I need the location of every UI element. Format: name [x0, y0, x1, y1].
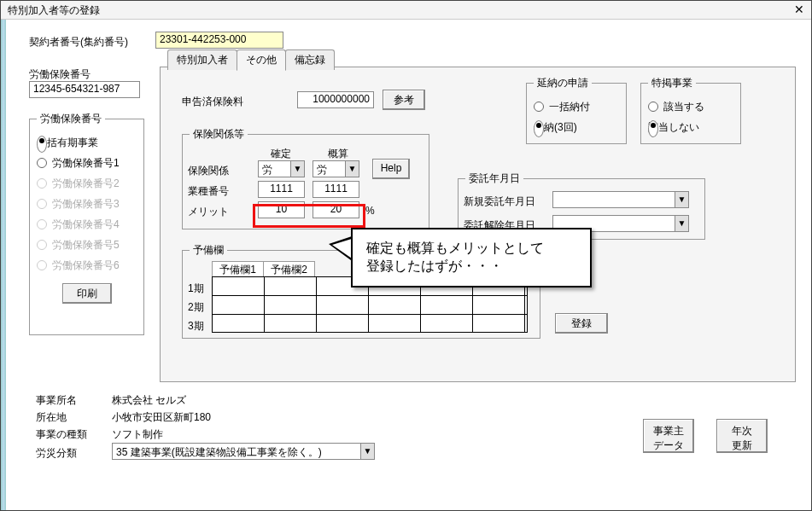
reserve-title: 予備欄: [190, 243, 227, 258]
chevron-down-icon: ▼: [675, 216, 688, 231]
pct-label: %: [365, 205, 375, 217]
special-biz-title: 特掲事業: [648, 76, 696, 90]
row-merit: メリット: [188, 205, 229, 219]
reference-button[interactable]: 参考: [383, 90, 425, 110]
kind-label: 事業の種類: [36, 427, 87, 442]
reserve-row3: 3期: [188, 319, 204, 334]
office-label: 事業所名: [36, 393, 77, 408]
entrust-new-select[interactable]: ▼: [552, 191, 689, 208]
relation-gaisan-select[interactable]: 労▼: [313, 160, 359, 177]
main-panel: 特別加入者 その他 備忘録 申告済保険料 1000000000 参考 延納の申請…: [160, 67, 796, 382]
labor-radio-2: 労働保険番号2: [37, 177, 137, 191]
chevron-down-icon: ▼: [360, 444, 374, 459]
labor-ins-no-label: 労働保険番号: [29, 67, 91, 82]
labor-ins-no-value: 12345-654321-987: [29, 81, 140, 98]
merit-kakutei[interactable]: 10: [258, 201, 305, 218]
entrust-new-label: 新規委託年月日: [464, 195, 535, 209]
callout-line1: 確定も概算もメリットとして: [366, 240, 576, 258]
deferral-group: 延納の申請 一括納付 分納(3回): [526, 76, 627, 144]
labor-radio-5: 労働保険番号5: [37, 238, 137, 253]
window-title: 特別加入者等の登録: [8, 4, 100, 16]
tab-special[interactable]: 特別加入者: [167, 49, 237, 70]
class-label: 労災分類: [36, 446, 77, 461]
chevron-down-icon: ▼: [675, 192, 688, 207]
print-button[interactable]: 印刷: [62, 283, 112, 304]
close-icon[interactable]: ✕: [790, 2, 809, 17]
office-value: 株式会社 セルズ: [112, 393, 186, 408]
kind-value: ソフト制作: [112, 427, 163, 442]
annual-update-button[interactable]: 年次 更新: [716, 419, 768, 453]
left-scroll-strip: [1, 16, 6, 510]
tab-notes[interactable]: 備忘録: [285, 49, 335, 70]
callout-line2: 登録したはずが・・・: [366, 258, 576, 276]
tab-other[interactable]: その他: [237, 49, 286, 71]
relation-kakutei-select[interactable]: 労▼: [258, 160, 305, 177]
deferral-radio-1[interactable]: 分納(3回): [534, 120, 619, 135]
industry-kakutei[interactable]: 1111: [258, 181, 305, 198]
register-button[interactable]: 登録: [555, 313, 608, 334]
labor-radio-6: 労働保険番号6: [37, 258, 137, 273]
declared-label: 申告済保険料: [182, 95, 243, 109]
deferral-radio-0[interactable]: 一括納付: [534, 100, 619, 114]
reserve-row1: 1期: [188, 282, 204, 296]
contract-no-label: 契約者番号(集約番号): [29, 35, 128, 49]
labor-ins-group-title: 労働保険番号: [37, 112, 105, 126]
relation-title: 保険関係等: [190, 127, 248, 142]
chevron-down-icon: ▼: [290, 161, 304, 177]
row-relation: 保険関係: [188, 164, 229, 178]
col-gaisan: 概算: [328, 147, 348, 161]
relation-group: 保険関係等 確定 概算 保険関係 労▼ 労▼ Help 業種番号 1111 11…: [182, 127, 429, 229]
special-radio-1[interactable]: 該当しない: [648, 120, 733, 135]
addr-value: 小牧市安田区新町180: [112, 410, 211, 425]
special-biz-group: 特掲事業 該当する 該当しない: [640, 76, 741, 144]
special-radio-0[interactable]: 該当する: [648, 100, 733, 114]
titlebar: 特別加入者等の登録 ✕: [1, 1, 811, 20]
contract-no-value: 23301-442253-000: [155, 32, 283, 49]
tabs: 特別加入者 その他 備忘録: [167, 49, 334, 67]
entrust-title: 委託年月日: [465, 171, 523, 186]
class-select[interactable]: 35 建築事業(既設建築物設備工事業を除く。)▼: [112, 443, 375, 460]
owner-data-button[interactable]: 事業主 データ: [643, 419, 694, 453]
labor-ins-group: 労働保険番号 一括有期事業 労働保険番号1 労働保険番号2 労働保険番号3 労働…: [29, 112, 144, 335]
reserve-row2: 2期: [188, 300, 204, 315]
col-kakutei: 確定: [271, 147, 291, 161]
chevron-down-icon: ▼: [345, 161, 359, 177]
row-industry: 業種番号: [188, 184, 229, 199]
help-button[interactable]: Help: [372, 159, 410, 179]
deferral-title: 延納の申請: [534, 76, 592, 90]
industry-gaisan[interactable]: 1111: [313, 181, 359, 198]
callout: 確定も概算もメリットとして 登録したはずが・・・: [351, 228, 592, 287]
merit-gaisan[interactable]: 20: [313, 201, 359, 218]
labor-radio-1[interactable]: 労働保険番号1: [37, 156, 137, 171]
labor-radio-0[interactable]: 一括有期事業: [37, 136, 137, 150]
addr-label: 所在地: [36, 410, 67, 425]
labor-radio-4: 労働保険番号4: [37, 218, 137, 232]
labor-radio-3: 労働保険番号3: [37, 197, 137, 212]
declared-value[interactable]: 1000000000: [297, 91, 374, 108]
